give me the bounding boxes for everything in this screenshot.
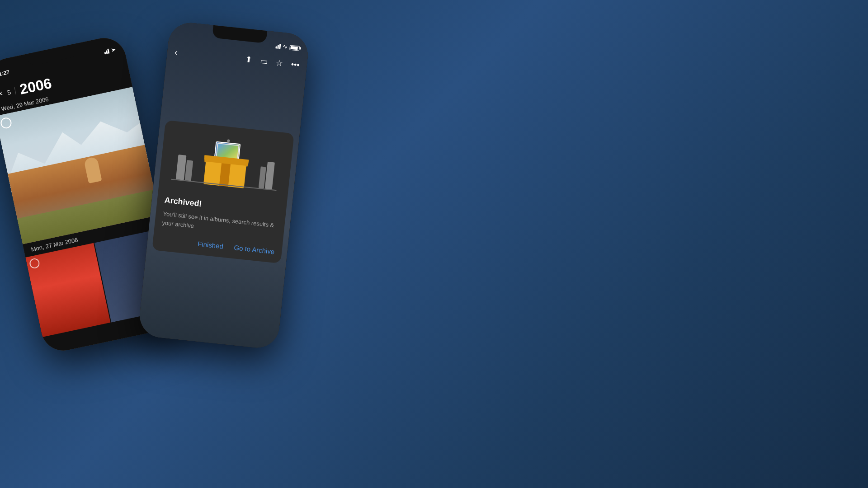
dot-decoration bbox=[227, 139, 230, 142]
cast-icon[interactable]: ▭ bbox=[259, 56, 268, 67]
signal-icon bbox=[104, 48, 109, 54]
divider bbox=[14, 87, 17, 95]
right-toolbar: ⬆ ▭ ☆ ••• bbox=[245, 54, 300, 70]
go-to-archive-button[interactable]: Go to Archive bbox=[234, 244, 275, 255]
shelf-item-2 bbox=[185, 160, 193, 181]
archive-dialog: Archived! You'll still see it in albums,… bbox=[152, 120, 294, 263]
dialog-actions: Finished Go to Archive bbox=[160, 236, 275, 255]
star-icon[interactable]: ☆ bbox=[275, 58, 283, 69]
phone-right: ∿ ‹ ⬆ ▭ ☆ ••• bbox=[137, 21, 310, 350]
signal-icon-right bbox=[275, 43, 281, 49]
archive-illustration bbox=[166, 130, 286, 200]
phone-right-content: ∿ ‹ ⬆ ▭ ☆ ••• bbox=[137, 21, 310, 350]
location-icon: ➤ bbox=[111, 47, 116, 54]
battery-icon bbox=[289, 45, 300, 51]
close-button[interactable]: × bbox=[0, 89, 4, 99]
select-count: 5 bbox=[6, 88, 11, 96]
archive-box bbox=[203, 148, 248, 188]
back-button[interactable]: ‹ bbox=[174, 47, 178, 58]
wifi-icon: ∿ bbox=[283, 43, 288, 50]
box-strip bbox=[219, 163, 231, 187]
status-right-right: ∿ bbox=[275, 42, 300, 51]
more-icon[interactable]: ••• bbox=[291, 60, 300, 70]
year-title: 2006 bbox=[18, 75, 53, 98]
status-right-left: ➤ bbox=[104, 47, 116, 55]
finished-button[interactable]: Finished bbox=[198, 240, 224, 250]
select-circle-2[interactable] bbox=[28, 258, 40, 269]
shelf-item-4 bbox=[265, 162, 275, 189]
time-label: 11:27 bbox=[0, 69, 10, 78]
upload-icon[interactable]: ⬆ bbox=[245, 54, 252, 65]
main-photo[interactable] bbox=[0, 87, 160, 244]
